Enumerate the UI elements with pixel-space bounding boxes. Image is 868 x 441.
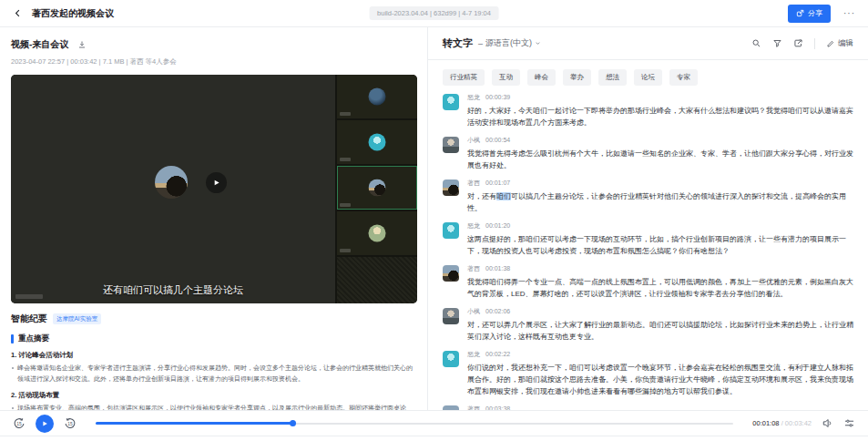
message-text-post: 可以搞几个主题分论坛，让参会的行业精英针对他们关心的领域进行深入的探讨和交流，提… <box>467 192 846 212</box>
filter-button[interactable] <box>772 38 782 48</box>
forward-15-icon: 15 <box>64 417 77 430</box>
rewind-15-icon: 15 <box>13 417 26 430</box>
keyword-chip[interactable]: 行业精英 <box>443 69 485 86</box>
keyword-chip[interactable]: 峰会 <box>527 69 556 86</box>
summary-item-heading: 2. 活动现场布置 <box>11 391 416 400</box>
keyword-chip[interactable]: 互动 <box>492 69 520 86</box>
more-button[interactable]: ··· <box>843 8 855 18</box>
edit-button[interactable]: 编辑 <box>826 38 853 49</box>
participant-tile[interactable] <box>337 211 417 255</box>
participant-tile[interactable] <box>337 120 417 164</box>
speaker-name[interactable]: 小枫 <box>467 136 480 145</box>
rewind-15-button[interactable]: 15 <box>13 417 26 430</box>
keyword-chip[interactable]: 论坛 <box>634 69 662 86</box>
speaker-name[interactable]: 著西 <box>467 405 480 410</box>
playback-highlight-word: 咱们 <box>496 192 511 200</box>
message-time[interactable]: 00:01:38 <box>485 265 510 272</box>
topbar: 著西发起的视频会议 build-2023.04.04 | 632d99 | 4-… <box>0 0 868 27</box>
avatar <box>443 405 459 410</box>
summary-provider-badge: 达摩院AI实验室 <box>53 313 101 324</box>
avatar <box>443 179 459 196</box>
message-time[interactable]: 00:00:54 <box>485 137 510 143</box>
summary-item-body: 现场将布置专业、高端的氛围，包括演讲区和展示区，以便行业领袖和专家学者分享观点，… <box>17 403 416 410</box>
ai-summary: 智能纪要 达摩院AI实验室 重点摘要 1. 讨论峰会活动计划 峰会将邀请知名企业… <box>11 313 416 410</box>
transcript-title: 转文字 <box>443 36 473 50</box>
export-button[interactable] <box>793 38 803 48</box>
svg-text:15: 15 <box>67 422 73 426</box>
participant-tile-active[interactable] <box>337 166 417 210</box>
video-meta: 2023-04-07 22:57 | 00:03:42 | 7.1 MB | 著… <box>11 57 416 67</box>
speaker-name[interactable]: 著西 <box>467 179 480 188</box>
message-text[interactable]: 我觉得首先得考虑怎么吸引杭州有个大牛，比如邀请一些知名的企业家、专家、学者，让他… <box>467 148 853 171</box>
message-text[interactable]: 你们说的对，我还想补充一下，咱们可以考虑设置一个晚宴环节，让参会嘉宾在轻松的氛围… <box>467 362 853 397</box>
chevron-left-icon <box>13 8 23 18</box>
video-panel-title: 视频-来自会议 <box>11 38 68 51</box>
share-button[interactable]: 分享 <box>788 5 831 23</box>
pencil-icon <box>826 39 835 48</box>
current-time: 00:01:08 <box>752 419 779 427</box>
summary-title: 智能纪要 <box>11 313 47 325</box>
play-button[interactable] <box>36 415 54 433</box>
message-time[interactable]: 00:01:20 <box>485 222 510 229</box>
keyword-chip[interactable]: 想法 <box>598 69 627 86</box>
participant-avatar <box>369 179 386 197</box>
filter-icon <box>772 38 782 48</box>
speaker-name[interactable]: 著西 <box>467 264 480 273</box>
download-icon[interactable] <box>77 40 87 49</box>
video-stage: 还有咱们可以搞几个主题分论坛 <box>11 75 335 303</box>
summary-item-body: 峰会将邀请知名企业家、专家学者进行主题演讲，分享行业心得和发展趋势。同时，会设立… <box>17 363 416 385</box>
transcript-panel: 转文字 – 源语言(中文) 编辑 <box>428 27 868 410</box>
speaker-name[interactable]: 怒龙 <box>467 350 480 359</box>
speaker-name[interactable]: 怒龙 <box>467 221 480 231</box>
playback-settings-button[interactable] <box>843 417 855 429</box>
svg-text:15: 15 <box>16 422 22 426</box>
avatar <box>443 351 459 367</box>
player-bar: 15 15 00:01:08 / 00:03:42 <box>0 410 868 436</box>
export-icon <box>793 38 803 48</box>
app: { "colors": { "accent": "#2470f5", "word… <box>0 0 868 441</box>
avatar <box>443 222 459 239</box>
message-text[interactable]: 我觉得咱们得弄一个专业一点、高端一点的线上氛围布置上，可以用低调的颜色，再加上一… <box>467 276 853 300</box>
transcript-list[interactable]: 怒龙00:00:39 好的，大家好，今天咱们一起讨论一下即将举办的那场行业峰会，… <box>428 89 868 410</box>
participant-tile[interactable] <box>337 75 417 118</box>
progress-fill <box>96 422 293 425</box>
participant-avatar <box>369 88 386 106</box>
forward-15-button[interactable]: 15 <box>64 417 77 430</box>
video-play-overlay-button[interactable] <box>206 172 227 193</box>
message-time[interactable]: 00:01:07 <box>485 179 510 186</box>
speaker-name[interactable]: 小枫 <box>467 307 480 316</box>
message-text[interactable]: 好的，大家好，今天咱们一起讨论一下即将举办的那场行业峰会，大家有什么想法和建议吗… <box>467 105 853 128</box>
message-text[interactable]: 对，还有咱们可以搞几个主题分论坛，让参会的行业精英针对他们关心的领域进行深入的探… <box>467 190 853 214</box>
bottom-strip <box>0 436 868 441</box>
chevron-down-icon <box>535 40 541 46</box>
play-icon <box>41 420 48 427</box>
participant-name-label <box>340 112 351 116</box>
progress-bar[interactable] <box>96 420 733 427</box>
empty-tile-area <box>337 257 417 303</box>
message-time[interactable]: 00:00:39 <box>485 94 510 100</box>
keyword-chip[interactable]: 专家 <box>669 69 698 86</box>
message-time[interactable]: 00:03:38 <box>485 405 510 410</box>
participant-name-label <box>340 203 351 207</box>
search-button[interactable] <box>751 38 761 48</box>
message-time[interactable]: 00:02:22 <box>485 351 510 357</box>
progress-handle[interactable] <box>290 420 296 426</box>
section-accent-bar <box>11 334 14 344</box>
summary-item-heading: 1. 讨论峰会活动计划 <box>11 351 416 360</box>
back-button[interactable] <box>13 8 23 18</box>
volume-button[interactable] <box>822 417 833 429</box>
summary-item: 1. 讨论峰会活动计划 峰会将邀请知名企业家、专家学者进行主题演讲，分享行业心得… <box>11 351 416 385</box>
participant-avatar <box>369 225 386 242</box>
volume-icon <box>822 417 833 429</box>
share-label: 分享 <box>808 8 822 18</box>
message-time[interactable]: 00:02:06 <box>485 308 510 314</box>
language-selector[interactable]: – 源语言(中文) <box>478 37 541 49</box>
transcript-message: 著西00:01:07 对，还有咱们可以搞几个主题分论坛，让参会的行业精英针对他们… <box>443 179 853 214</box>
message-text[interactable]: 对，还可以弄几个展示区，让大家了解行业的最新动态。咱们还可以搞援助论坛，比如探讨… <box>467 319 853 343</box>
speaker-avatar <box>155 166 188 199</box>
keyword-chip[interactable]: 举办 <box>563 69 591 86</box>
speaker-name[interactable]: 怒龙 <box>467 93 480 102</box>
video-player[interactable]: 还有咱们可以搞几个主题分论坛 <box>11 75 417 303</box>
message-text[interactable]: 这两点挺好的，那咱们还可以考虑一下现场的互动环节，比如，搞个行业创新项目的路演，… <box>467 233 853 257</box>
transcript-message: 小枫00:02:06 对，还可以弄几个展示区，让大家了解行业的最新动态。咱们还可… <box>443 307 853 343</box>
